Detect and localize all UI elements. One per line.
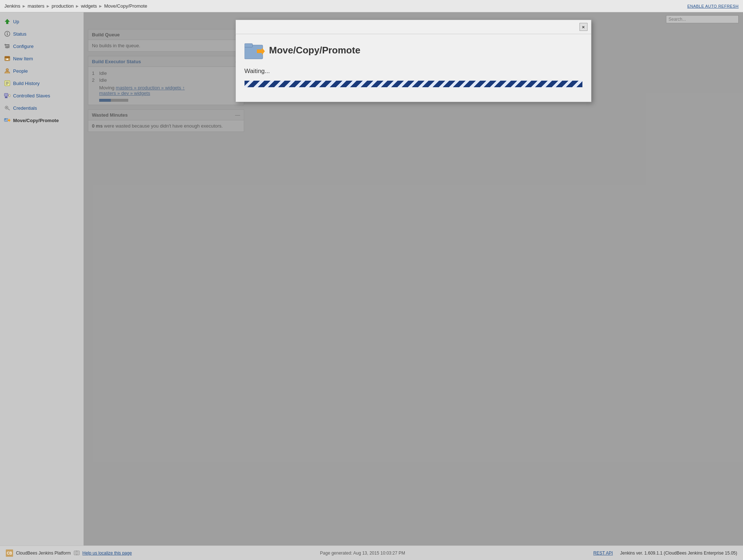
configure-icon: [4, 43, 11, 50]
svg-rect-22: [9, 94, 10, 97]
sidebar-label-move: Move/Copy/Promote: [13, 118, 59, 123]
svg-rect-21: [5, 97, 8, 98]
svg-point-2: [7, 32, 8, 33]
sidebar-item-credentials[interactable]: Credentials: [0, 102, 84, 114]
footer-center: Page generated: Aug 13, 2015 10:03:27 PM: [320, 551, 405, 556]
svg-marker-0: [5, 19, 10, 24]
up-icon: [4, 18, 11, 25]
cloudbees-logo: CB: [6, 549, 13, 557]
sidebar: Up Status: [0, 12, 84, 545]
status-icon: [4, 30, 11, 37]
top-bar: Jenkins ► masters ► production ► widgets…: [0, 0, 743, 12]
breadcrumb-production[interactable]: production: [52, 3, 74, 9]
breadcrumb: Jenkins ► masters ► production ► widgets…: [4, 3, 147, 9]
svg-text:CB: CB: [7, 551, 12, 555]
svg-rect-8: [8, 46, 9, 47]
sidebar-label-new-item: New Item: [13, 56, 33, 61]
modal-dialog: ×: [235, 20, 591, 102]
sidebar-label-configure: Configure: [13, 44, 33, 49]
breadcrumb-widgets[interactable]: widgets: [81, 3, 97, 9]
breadcrumb-jenkins[interactable]: Jenkins: [4, 3, 20, 9]
new-item-icon: [4, 55, 11, 62]
modal-title: Move/Copy/Promote: [269, 45, 360, 56]
svg-rect-11: [5, 56, 10, 58]
footer-right: REST API Jenkins ver. 1.609.1.1 (CloudBe…: [593, 551, 737, 556]
svg-rect-28: [4, 118, 6, 120]
svg-marker-33: [262, 48, 265, 55]
svg-rect-9: [7, 47, 8, 48]
modal-overlay: ×: [84, 12, 743, 545]
localize-icon: [74, 550, 80, 556]
modal-waiting-text: Waiting...: [245, 68, 582, 75]
svg-line-25: [8, 109, 10, 110]
sidebar-item-new-item[interactable]: New Item: [0, 52, 84, 65]
breadcrumb-masters[interactable]: masters: [28, 3, 44, 9]
svg-rect-7: [5, 44, 6, 45]
sidebar-label-people: People: [13, 68, 28, 74]
breadcrumb-sep-1: ►: [22, 4, 26, 9]
sidebar-label-credentials: Credentials: [13, 105, 37, 111]
modal-progress-stripes: [245, 81, 582, 87]
breadcrumb-current: Move/Copy/Promote: [104, 3, 148, 9]
move-icon: [4, 117, 11, 124]
main-layout: Up Status: [0, 12, 743, 545]
sidebar-item-up[interactable]: Up: [0, 15, 84, 28]
sidebar-label-build-history: Build History: [13, 81, 40, 86]
modal-content: Move/Copy/Promote Waiting...: [236, 34, 591, 102]
jenkins-version: Jenkins ver. 1.609.1.1 (CloudBees Jenkin…: [620, 551, 737, 556]
modal-progress-container: [245, 81, 582, 87]
footer-brand: CloudBees Jenkins Platform: [16, 551, 71, 556]
sidebar-item-move-copy-promote[interactable]: Move/Copy/Promote: [0, 114, 84, 126]
breadcrumb-sep-2: ►: [46, 4, 50, 9]
modal-close-button[interactable]: ×: [580, 23, 587, 31]
sidebar-item-status[interactable]: Status: [0, 28, 84, 40]
svg-rect-34: [258, 50, 262, 52]
breadcrumb-sep-4: ►: [98, 4, 103, 9]
rest-api-link[interactable]: REST API: [593, 551, 613, 556]
sidebar-label-controlled-slaves: Controlled Slaves: [13, 93, 50, 98]
svg-rect-31: [245, 44, 253, 47]
sidebar-item-build-history[interactable]: Build History: [0, 77, 84, 89]
modal-titlebar: ×: [236, 20, 591, 34]
sidebar-item-configure[interactable]: Configure: [0, 40, 84, 52]
svg-rect-3: [7, 33, 8, 35]
controlled-icon: [4, 92, 11, 99]
page-generated: Page generated: Aug 13, 2015 10:03:27 PM: [320, 551, 405, 556]
enable-auto-refresh-link[interactable]: ENABLE AUTO REFRESH: [687, 4, 739, 8]
localize-link[interactable]: Help us localize this page: [82, 551, 132, 556]
sidebar-item-controlled-slaves[interactable]: Controlled Slaves: [0, 89, 84, 102]
modal-header-row: Move/Copy/Promote: [245, 41, 582, 59]
breadcrumb-sep-3: ►: [75, 4, 80, 9]
sidebar-item-people[interactable]: People: [0, 65, 84, 77]
footer: CB CloudBees Jenkins Platform Help us lo…: [0, 545, 743, 560]
svg-rect-19: [4, 93, 8, 96]
sidebar-label-up: Up: [13, 19, 19, 24]
credentials-icon: [4, 104, 11, 112]
svg-point-26: [6, 107, 7, 108]
footer-left: CB CloudBees Jenkins Platform Help us lo…: [6, 549, 132, 557]
content-area: Build Queue — No builds in the queue. Bu…: [84, 12, 743, 545]
svg-point-14: [6, 69, 9, 71]
sidebar-label-status: Status: [13, 31, 27, 37]
history-icon: [4, 80, 11, 87]
people-icon: [4, 67, 11, 74]
folder-icon: [245, 41, 263, 59]
